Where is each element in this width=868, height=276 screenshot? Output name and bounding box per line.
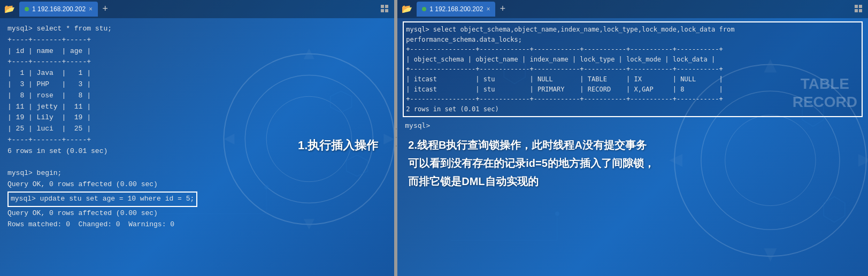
right-tab[interactable]: 1 192.168.200.202 × [417, 2, 495, 17]
left-panel: 📂 1 192.168.200.202 × + mysql> select * … [0, 0, 394, 276]
right-tab-bar: 📂 1 192.168.200.202 × + [397, 0, 868, 18]
left-tab-label: 1 192.168.200.202 [32, 5, 86, 13]
right-tab-label: 1 192.168.200.202 [429, 5, 483, 13]
left-tab[interactable]: 1 192.168.200.202 × [19, 2, 98, 17]
main-container: 📂 1 192.168.200.202 × + mysql> select * … [0, 0, 868, 276]
left-grid-icon[interactable] [380, 4, 390, 14]
right-grid-icon[interactable] [854, 4, 864, 14]
svg-rect-13 [385, 5, 388, 8]
query-result-text: mysql> select object_schema,object_name,… [406, 25, 859, 114]
svg-rect-31 [855, 9, 858, 12]
highlight-command: mysql> update stu set age = 10 where id … [7, 191, 197, 207]
left-tab-bar: 📂 1 192.168.200.202 × + [0, 0, 394, 18]
svg-rect-12 [381, 5, 384, 8]
svg-marker-25 [824, 197, 845, 223]
left-terminal-text: mysql> select * from stu; +----+-------+… [7, 24, 387, 230]
svg-rect-32 [859, 9, 862, 12]
svg-rect-15 [385, 9, 388, 12]
left-tab-add[interactable]: + [102, 4, 108, 14]
svg-rect-14 [381, 9, 384, 12]
right-tab-add[interactable]: + [500, 4, 505, 14]
right-prompt: mysql> [397, 120, 868, 131]
svg-point-28 [555, 211, 559, 216]
right-annotation: 2.线程B执行查询锁操作，此时线程A没有提交事务 可以看到没有存在的记录id=5… [397, 131, 868, 196]
right-tab-dot [422, 7, 426, 11]
right-panel: 📂 1 192.168.200.202 × + mysql> select ob… [397, 0, 868, 276]
svg-rect-29 [855, 5, 858, 8]
right-tab-close[interactable]: × [486, 5, 490, 13]
svg-rect-30 [859, 5, 862, 8]
left-folder-icon: 📂 [4, 4, 15, 14]
right-annotation-line3: 而排它锁是DML自动实现的 [408, 172, 857, 190]
left-annotation: 1.执行插入操作 [298, 136, 378, 155]
table-record-label: TABLERECORD [793, 75, 857, 111]
right-prompt-text: mysql> [405, 121, 861, 129]
left-terminal: mysql> select * from stu; +----+-------+… [0, 18, 394, 276]
left-tab-dot [25, 7, 29, 11]
left-tab-close[interactable]: × [89, 5, 93, 13]
svg-marker-20 [764, 248, 777, 262]
right-annotation-line2: 可以看到没有存在的记录id=5的地方插入了间隙锁， [408, 154, 857, 172]
right-folder-icon: 📂 [402, 4, 412, 14]
right-annotation-line1: 2.线程B执行查询锁操作，此时线程A没有提交事务 [408, 136, 857, 154]
